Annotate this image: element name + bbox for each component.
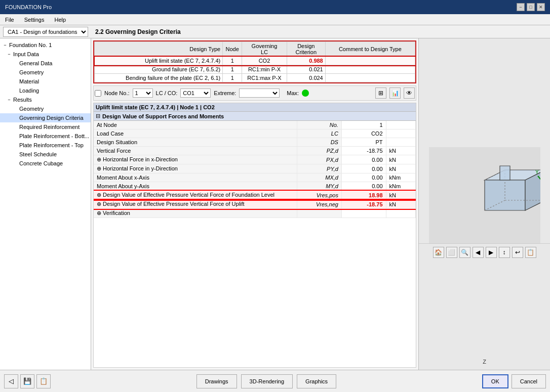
detail-row[interactable]: ⊕ Horizontal Force in x-Direction PX,d 0…	[94, 155, 416, 164]
3d-flip-btn[interactable]: ↕	[499, 247, 510, 258]
detail-row-label: Design Situation	[94, 138, 297, 147]
governing-criteria-table: Design Type Node GoverningLC DesignCrite…	[94, 41, 415, 82]
col-design-type: Design Type	[95, 42, 223, 57]
detail-section-header[interactable]: ⊟ Design Value of Support Forces and Mom…	[94, 112, 416, 121]
detail-row[interactable]: ⊕ Verification	[94, 209, 416, 218]
detail-row-value: -18.75	[341, 147, 386, 155]
detail-row-key: PZ,d	[297, 147, 342, 155]
table-row-comment	[325, 57, 415, 65]
3d-next-btn[interactable]: ▶	[486, 247, 497, 258]
bottom-icon1[interactable]: ◁	[4, 374, 18, 388]
sidebar-item-concrete-cubage[interactable]: Concrete Cubage	[0, 159, 91, 168]
3d-frame-btn[interactable]: ⬜	[446, 247, 457, 258]
foundation-dropdown[interactable]: CA1 - Design of foundations	[3, 27, 88, 37]
minimize-button[interactable]: −	[517, 3, 525, 11]
lcco-select[interactable]: CO1	[180, 89, 211, 98]
graphics-button[interactable]: Graphics	[297, 374, 336, 388]
col-node: Node	[223, 42, 242, 57]
3d-search-btn[interactable]: 🔍	[459, 247, 470, 258]
bottom-icon2[interactable]: 💾	[20, 374, 34, 388]
detail-row[interactable]: At Node No. 1	[94, 121, 416, 129]
detail-row[interactable]: Moment About x-Axis MX,d 0.00 kNm	[94, 173, 416, 182]
extreme-select[interactable]	[239, 89, 280, 98]
table-row-lc: RC1:max P-X	[242, 74, 287, 82]
table-row-criterion: 0.988	[287, 57, 325, 65]
sidebar-item-geometry-results[interactable]: Geometry	[0, 104, 91, 113]
detail-row-unit: kN	[386, 155, 415, 164]
view3d-panel: Z 🏠 ⬜ 🔍 ◀ ▶ ↕ ↩ 📋	[418, 38, 550, 370]
detail-row[interactable]: Vertical Force PZ,d -18.75 kN	[94, 147, 416, 155]
sidebar-item-loading[interactable]: Loading	[0, 86, 91, 95]
sidebar-item-material[interactable]: Material	[0, 77, 91, 86]
main-container: CA1 - Design of foundations 2.2 Governin…	[0, 25, 550, 392]
detail-section-header-text: Design Value of Support Forces and Momen…	[102, 113, 224, 119]
tree-results[interactable]: − Results	[0, 95, 91, 104]
tree-expander-results: −	[6, 97, 12, 103]
detail-row-label: Moment About y-Axis	[94, 182, 297, 191]
view-icon-btn[interactable]: 👁	[404, 88, 415, 99]
col-comment: Comment to Design Type	[325, 42, 415, 57]
toolbar-row: CA1 - Design of foundations 2.2 Governin…	[0, 25, 550, 38]
detail-row-value: 0.00	[341, 155, 386, 164]
bottom-center: Drawings 3D-Rendering Graphics	[197, 374, 336, 388]
detail-row-key: No.	[297, 121, 342, 129]
3d-canvas	[429, 147, 540, 243]
sidebar-item-geometry-input[interactable]: Geometry	[0, 68, 91, 77]
window-controls: − □ ✕	[517, 3, 545, 11]
menu-file[interactable]: File	[3, 16, 16, 23]
detail-row[interactable]: ⊕ Horizontal Force in y-Direction PY,d 0…	[94, 164, 416, 173]
detail-row-label: Load Case	[94, 129, 297, 138]
ok-button[interactable]: OK	[482, 374, 508, 388]
drawings-button[interactable]: Drawings	[197, 374, 237, 388]
3d-home-btn[interactable]: 🏠	[433, 247, 444, 258]
sidebar-item-steel-schedule[interactable]: Steel Schedule	[0, 150, 91, 159]
node-label: Node No.:	[104, 90, 130, 96]
sidebar-item-governing-criteria[interactable]: Governing Design Criteria	[0, 113, 91, 122]
3d-undo-btn[interactable]: ↩	[512, 247, 523, 258]
detail-row[interactable]: Load Case LC CO2	[94, 129, 416, 138]
detail-table: At Node No. 1 Load Case LC CO2 Design Si…	[94, 121, 416, 218]
sidebar-item-plate-reinf-top[interactable]: Plate Reinforcement - Top	[0, 141, 91, 150]
lcco-label: LC / CO:	[156, 90, 178, 96]
maximize-button[interactable]: □	[527, 3, 535, 11]
detail-row[interactable]: Moment About y-Axis MY,d 0.00 kNm	[94, 182, 416, 191]
menu-help[interactable]: Help	[52, 16, 68, 23]
node-select[interactable]: 1	[133, 89, 153, 98]
menu-settings[interactable]: Settings	[22, 16, 47, 23]
tree-results-label: Results	[13, 97, 32, 103]
sidebar-item-general-data[interactable]: General Data	[0, 59, 91, 68]
detail-row-unit: kN	[386, 200, 415, 209]
data-panel: Design Type Node GoverningLC DesignCrite…	[91, 38, 418, 370]
detail-row[interactable]: ⊕ Design Value of Effective Pressure Ver…	[94, 191, 416, 200]
table-row-type[interactable]: Bending failure of the plate (EC 2, 6.1)	[95, 74, 223, 82]
col-governing-lc: GoverningLC	[242, 42, 287, 57]
controls-row: Node No.: 1 LC / CO: CO1 Extreme: Max:	[93, 85, 416, 101]
detail-row[interactable]: Design Situation DS PT	[94, 138, 416, 147]
chart-icon-btn[interactable]: 📊	[389, 88, 401, 99]
detail-row[interactable]: ⊕ Design Value of Effective Pressure Ver…	[94, 200, 416, 209]
table-row-type[interactable]: Ground failure (EC 7, 6.5.2)	[95, 65, 223, 74]
max-label: Max:	[287, 90, 299, 96]
main-panel: Design Type Node GoverningLC DesignCrite…	[91, 38, 550, 370]
tree-input-data[interactable]: − Input Data	[0, 50, 91, 59]
sidebar-item-plate-reinf-bottom[interactable]: Plate Reinforcement - Bott...	[0, 132, 91, 141]
node-checkbox[interactable]	[95, 90, 101, 97]
table-row[interactable]: Uplift limit state (EC 7, 2.4.7.4) 1 CO2…	[95, 57, 415, 65]
sidebar-item-required-reinforcement[interactable]: Required Reinforcement	[0, 122, 91, 132]
table-icon-btn[interactable]: ⊞	[375, 88, 386, 99]
tree-root[interactable]: − Foundation No. 1	[0, 40, 91, 50]
table-row[interactable]: Bending failure of the plate (EC 2, 6.1)…	[95, 74, 415, 82]
table-row-criterion: 0.024	[287, 74, 325, 82]
3d-copy-btn[interactable]: 📋	[525, 247, 536, 258]
extreme-label: Extreme:	[214, 90, 236, 96]
bottom-icon3[interactable]: 📋	[36, 374, 51, 388]
close-button[interactable]: ✕	[537, 3, 545, 11]
detail-scroll: At Node No. 1 Load Case LC CO2 Design Si…	[94, 121, 416, 218]
col-design-criterion: DesignCriterion	[287, 42, 325, 57]
table-row[interactable]: Ground failure (EC 7, 6.5.2) 1 RC1:min P…	[95, 65, 415, 74]
table-row-type[interactable]: Uplift limit state (EC 7, 2.4.7.4)	[95, 57, 223, 65]
3d-prev-btn[interactable]: ◀	[473, 247, 484, 258]
tree-expander-input: −	[6, 51, 12, 57]
cancel-button[interactable]: Cancel	[512, 374, 546, 388]
rendering-button[interactable]: 3D-Rendering	[241, 374, 293, 388]
